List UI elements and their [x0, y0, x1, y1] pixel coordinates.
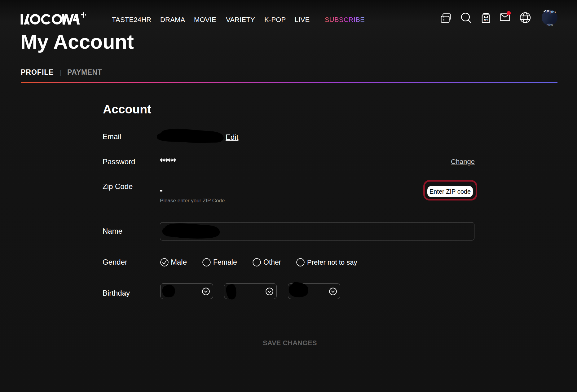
svg-text:MY: MY — [484, 19, 488, 22]
